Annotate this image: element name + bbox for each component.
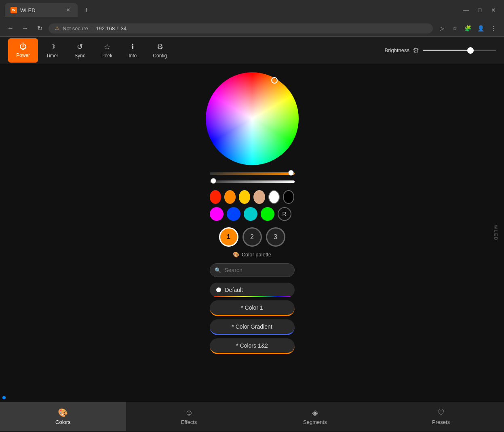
wled-label: WLED: [493, 225, 498, 241]
sliders-container: [210, 172, 295, 184]
browser-tab[interactable]: W WLED ✕: [5, 3, 78, 17]
colors-tab-icon: 🎨: [58, 408, 68, 417]
nav-item-config[interactable]: ⚙ Config: [145, 38, 175, 63]
info-icon: ℹ: [131, 42, 134, 51]
palette-label: 🎨 Color palette: [233, 252, 272, 258]
palette-label-text: Color palette: [242, 252, 272, 258]
bottom-tab-effects[interactable]: ☺ Effects: [126, 402, 252, 431]
swatch-peach[interactable]: [253, 190, 265, 204]
browser-chrome: W WLED ✕ + — □ ✕ ← → ↻ ⚠ Not secure | 19…: [0, 0, 504, 37]
menu-icon[interactable]: ⋮: [488, 23, 499, 34]
white-slider-thumb[interactable]: [211, 178, 216, 184]
browser-titlebar: W WLED ✕ + — □ ✕: [0, 0, 504, 20]
brightness-label: Brightness: [385, 47, 409, 53]
cast-icon[interactable]: ▷: [436, 23, 447, 34]
palette-item-gradient-label: * Color Gradient: [232, 323, 272, 330]
palette-icon: 🎨: [233, 252, 239, 258]
nav-item-peek[interactable]: ☆ Peek: [93, 38, 120, 63]
extensions-icon[interactable]: 🧩: [462, 23, 473, 34]
segments-tab-icon: ◈: [312, 408, 318, 417]
color-slot-1[interactable]: 1: [219, 227, 238, 247]
color-wheel-picker[interactable]: [271, 77, 278, 84]
timer-icon: ☽: [49, 42, 55, 51]
palette-item-color1[interactable]: * Color 1: [210, 300, 295, 316]
tab-close-button[interactable]: ✕: [65, 6, 72, 14]
color-slot-3[interactable]: 3: [266, 227, 285, 247]
bottom-tab-colors[interactable]: 🎨 Colors: [0, 402, 126, 431]
status-dot: [2, 396, 6, 399]
nav-label-config: Config: [153, 53, 167, 59]
swatch-random[interactable]: R: [278, 207, 291, 221]
swatch-green[interactable]: [261, 207, 274, 221]
back-button[interactable]: ←: [5, 23, 16, 34]
minimize-button[interactable]: —: [460, 4, 472, 16]
nav-label-info: Info: [129, 53, 137, 59]
search-icon: 🔍: [215, 267, 221, 273]
swatches-row-2: R: [210, 207, 295, 221]
swatch-cyan[interactable]: [244, 207, 257, 221]
close-browser-button[interactable]: ✕: [488, 4, 499, 16]
color-slot-2[interactable]: 2: [243, 227, 262, 247]
orange-slider-thumb[interactable]: [288, 170, 294, 176]
color-slots: 1 2 3: [219, 227, 285, 247]
new-tab-button[interactable]: +: [81, 4, 92, 16]
brightness-section: Brightness: [385, 47, 409, 53]
nav-item-sync[interactable]: ↺ Sync: [66, 38, 93, 63]
swatch-red[interactable]: [210, 190, 221, 204]
swatch-magenta[interactable]: [210, 207, 224, 221]
nav-item-info[interactable]: ℹ Info: [120, 38, 145, 63]
nav-item-power[interactable]: ⏻ Power: [8, 38, 38, 63]
presets-tab-icon: ♡: [437, 408, 445, 417]
address-bar[interactable]: ⚠ Not secure | 192.168.1.34: [49, 23, 433, 34]
palette-item-gradient[interactable]: * Color Gradient: [210, 319, 295, 335]
browser-nav: ← → ↻ ⚠ Not secure | 192.168.1.34 ▷ ☆ 🧩 …: [0, 20, 504, 37]
swatch-black[interactable]: [283, 190, 294, 204]
search-container: 🔍: [210, 263, 295, 277]
config-icon: ⚙: [157, 42, 163, 51]
orange-slider-row: [210, 172, 295, 176]
address-warning-text: Not secure: [63, 25, 88, 31]
nav-label-peek: Peek: [101, 53, 112, 59]
palette-item-colors12-label: * Colors 1&2: [236, 342, 268, 349]
bookmark-icon[interactable]: ☆: [449, 23, 460, 34]
search-wrapper: 🔍: [210, 263, 295, 277]
palette-item-color1-label: * Color 1: [241, 304, 263, 311]
swatches-container: R: [210, 190, 295, 221]
palette-item-default-label: Default: [225, 287, 243, 293]
colors-tab-label: Colors: [55, 419, 71, 425]
swatch-orange[interactable]: [224, 190, 236, 204]
brightness-gear-icon[interactable]: ⚙: [413, 46, 419, 55]
segments-tab-label: Segments: [303, 419, 327, 425]
palette-item-default[interactable]: Default: [210, 283, 295, 297]
nav-label-power: Power: [16, 52, 30, 58]
swatch-yellow[interactable]: [239, 190, 250, 204]
security-warning: ⚠: [55, 25, 59, 31]
search-input[interactable]: [210, 263, 295, 277]
nav-label-sync: Sync: [74, 53, 85, 59]
color-wheel[interactable]: [206, 72, 299, 165]
brightness-fill: [423, 50, 470, 51]
swatches-row-1: [210, 190, 295, 204]
reload-button[interactable]: ↻: [34, 23, 45, 34]
tab-title: WLED: [20, 7, 36, 13]
brightness-slider[interactable]: [423, 50, 496, 51]
swatch-blue[interactable]: [227, 207, 240, 221]
effects-tab-label: Effects: [181, 419, 197, 425]
white-slider-row: [210, 180, 295, 184]
white-slider-track: [210, 180, 295, 183]
nav-item-timer[interactable]: ☽ Timer: [38, 38, 66, 63]
brightness-thumb[interactable]: [467, 47, 474, 54]
palette-item-colors12[interactable]: * Colors 1&2: [210, 338, 295, 354]
maximize-button[interactable]: □: [474, 4, 485, 16]
swatch-white[interactable]: [268, 190, 280, 204]
bottom-tab-segments[interactable]: ◈ Segments: [252, 402, 378, 431]
sync-icon: ↺: [77, 42, 83, 51]
peek-icon: ☆: [104, 42, 110, 51]
nav-label-timer: Timer: [46, 53, 58, 59]
color-wheel-container[interactable]: [206, 72, 299, 165]
app: ⏻ Power ☽ Timer ↺ Sync ☆ Peek ℹ Info ⚙ C…: [0, 37, 504, 431]
top-nav: ⏻ Power ☽ Timer ↺ Sync ☆ Peek ℹ Info ⚙ C…: [0, 37, 504, 64]
bottom-tab-presets[interactable]: ♡ Presets: [378, 402, 504, 431]
forward-button[interactable]: →: [19, 23, 31, 34]
profile-icon[interactable]: 👤: [475, 23, 486, 34]
